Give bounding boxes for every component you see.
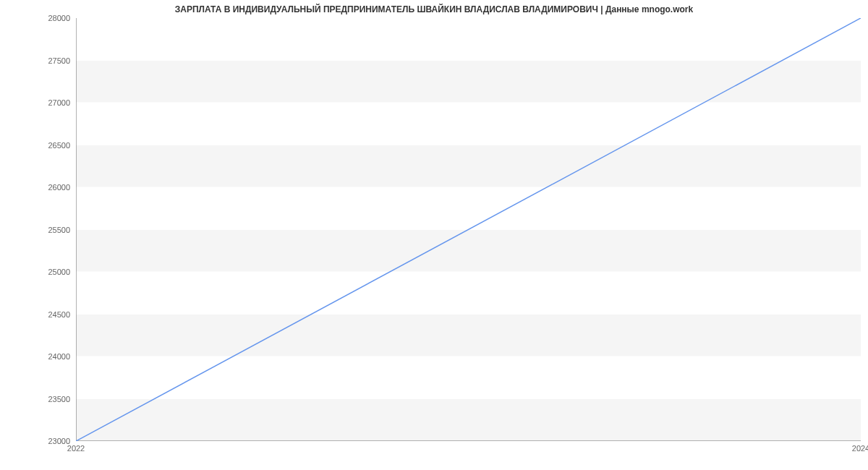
- grid-band: [76, 230, 861, 273]
- chart-svg: [76, 18, 861, 441]
- y-tick-label: 27000: [27, 98, 70, 107]
- chart-title: ЗАРПЛАТА В ИНДИВИДУАЛЬНЫЙ ПРЕДПРИНИМАТЕЛ…: [0, 4, 868, 14]
- y-tick-label: 23500: [27, 395, 70, 403]
- y-tick-label: 25500: [27, 226, 70, 234]
- grid-band: [76, 315, 861, 357]
- grid-band: [76, 399, 861, 442]
- y-tick-label: 27500: [27, 56, 70, 65]
- grid-band: [76, 145, 861, 188]
- plot-area: [76, 18, 861, 441]
- grid-band: [76, 18, 861, 61]
- x-tick-label: 2024: [852, 444, 868, 453]
- chart-container: ЗАРПЛАТА В ИНДИВИДУАЛЬНЫЙ ПРЕДПРИНИМАТЕЛ…: [0, 0, 868, 470]
- y-tick-label: 24500: [27, 310, 70, 319]
- y-tick-label: 26000: [27, 183, 70, 192]
- x-tick-label: 2022: [67, 444, 85, 453]
- grid-band: [76, 103, 861, 145]
- grid-band: [76, 187, 861, 230]
- y-tick-label: 25000: [27, 268, 70, 276]
- y-tick-label: 24000: [27, 352, 70, 361]
- y-tick-label: 28000: [27, 14, 70, 22]
- y-tick-label: 26500: [27, 141, 70, 150]
- y-tick-label: 23000: [27, 437, 70, 445]
- grid-band: [76, 272, 861, 315]
